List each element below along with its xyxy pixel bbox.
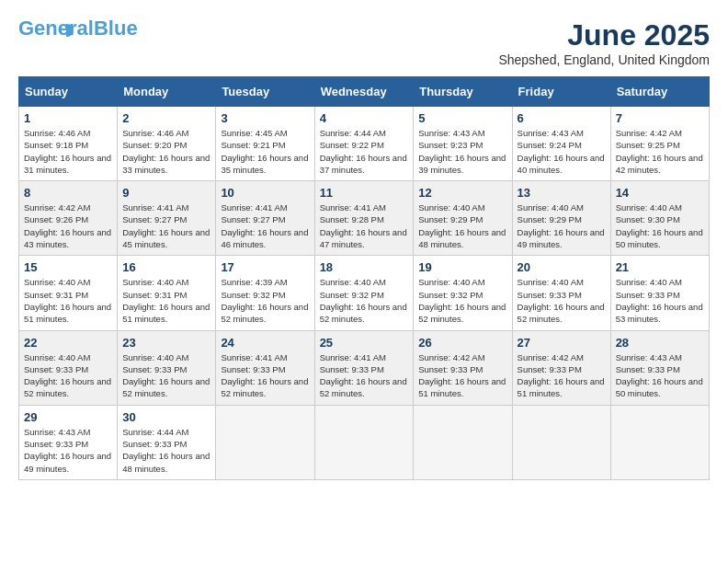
calendar-cell: 17 Sunrise: 4:39 AMSunset: 9:32 PMDaylig…	[216, 256, 314, 330]
day-info: Sunrise: 4:43 AMSunset: 9:24 PMDaylight:…	[518, 128, 605, 175]
day-number: 12	[418, 186, 506, 200]
day-number: 30	[122, 410, 210, 424]
day-info: Sunrise: 4:44 AMSunset: 9:22 PMDaylight:…	[320, 128, 407, 175]
day-number: 28	[616, 336, 704, 350]
calendar-cell: 15 Sunrise: 4:40 AMSunset: 9:31 PMDaylig…	[19, 256, 118, 330]
calendar-table: Sunday Monday Tuesday Wednesday Thursday…	[18, 76, 710, 480]
day-number: 21	[616, 260, 704, 274]
calendar-week-row: 15 Sunrise: 4:40 AMSunset: 9:31 PMDaylig…	[19, 256, 710, 330]
calendar-cell	[512, 405, 610, 479]
day-number: 25	[320, 336, 409, 350]
day-number: 10	[221, 186, 309, 200]
day-info: Sunrise: 4:40 AMSunset: 9:33 PMDaylight:…	[24, 352, 111, 399]
day-info: Sunrise: 4:44 AMSunset: 9:33 PMDaylight:…	[122, 427, 210, 474]
title-area: June 2025 Shepshed, England, United King…	[498, 18, 710, 67]
logo-text: GeneralBlue	[18, 18, 138, 39]
day-info: Sunrise: 4:42 AMSunset: 9:33 PMDaylight:…	[518, 352, 605, 399]
col-sunday: Sunday	[19, 77, 118, 107]
calendar-cell: 5 Sunrise: 4:43 AMSunset: 9:23 PMDayligh…	[414, 107, 512, 181]
calendar-cell: 14 Sunrise: 4:40 AMSunset: 9:30 PMDaylig…	[610, 181, 709, 256]
calendar-cell: 29 Sunrise: 4:43 AMSunset: 9:33 PMDaylig…	[19, 405, 118, 479]
day-number: 29	[24, 410, 112, 424]
calendar-cell: 11 Sunrise: 4:41 AMSunset: 9:28 PMDaylig…	[314, 181, 414, 256]
calendar-cell: 16 Sunrise: 4:40 AMSunset: 9:31 PMDaylig…	[118, 256, 216, 330]
calendar-cell	[610, 405, 709, 479]
col-thursday: Thursday	[414, 77, 512, 107]
day-number: 13	[518, 186, 606, 200]
calendar-cell: 13 Sunrise: 4:40 AMSunset: 9:29 PMDaylig…	[512, 181, 610, 256]
day-info: Sunrise: 4:40 AMSunset: 9:32 PMDaylight:…	[418, 277, 506, 324]
day-number: 16	[122, 260, 210, 274]
day-number: 24	[221, 336, 309, 350]
day-number: 1	[24, 111, 112, 125]
day-info: Sunrise: 4:40 AMSunset: 9:31 PMDaylight:…	[24, 277, 111, 324]
calendar-week-row: 8 Sunrise: 4:42 AMSunset: 9:26 PMDayligh…	[19, 181, 710, 256]
calendar-cell: 27 Sunrise: 4:42 AMSunset: 9:33 PMDaylig…	[512, 330, 610, 405]
day-info: Sunrise: 4:46 AMSunset: 9:20 PMDaylight:…	[122, 128, 210, 175]
day-info: Sunrise: 4:40 AMSunset: 9:29 PMDaylight:…	[418, 202, 506, 249]
calendar-week-row: 22 Sunrise: 4:40 AMSunset: 9:33 PMDaylig…	[19, 330, 710, 405]
calendar-cell: 24 Sunrise: 4:41 AMSunset: 9:33 PMDaylig…	[216, 330, 314, 405]
day-number: 3	[221, 111, 309, 125]
day-info: Sunrise: 4:42 AMSunset: 9:25 PMDaylight:…	[616, 128, 703, 175]
calendar-cell: 23 Sunrise: 4:40 AMSunset: 9:33 PMDaylig…	[118, 330, 216, 405]
calendar-cell: 9 Sunrise: 4:41 AMSunset: 9:27 PMDayligh…	[118, 181, 216, 256]
logo-blue: Blue	[94, 17, 138, 40]
calendar-cell: 6 Sunrise: 4:43 AMSunset: 9:24 PMDayligh…	[512, 107, 610, 181]
day-info: Sunrise: 4:40 AMSunset: 9:30 PMDaylight:…	[616, 202, 703, 249]
calendar-cell: 3 Sunrise: 4:45 AMSunset: 9:21 PMDayligh…	[216, 107, 314, 181]
col-friday: Friday	[512, 77, 610, 107]
day-info: Sunrise: 4:41 AMSunset: 9:33 PMDaylight:…	[320, 352, 407, 399]
calendar-cell: 18 Sunrise: 4:40 AMSunset: 9:32 PMDaylig…	[314, 256, 414, 330]
day-number: 9	[122, 186, 210, 200]
calendar-cell: 7 Sunrise: 4:42 AMSunset: 9:25 PMDayligh…	[610, 107, 709, 181]
location: Shepshed, England, United Kingdom	[498, 52, 710, 67]
day-number: 8	[24, 186, 112, 200]
day-info: Sunrise: 4:42 AMSunset: 9:26 PMDaylight:…	[24, 202, 111, 249]
day-number: 7	[616, 111, 704, 125]
col-wednesday: Wednesday	[314, 77, 414, 107]
calendar-cell	[414, 405, 512, 479]
calendar-cell: 26 Sunrise: 4:42 AMSunset: 9:33 PMDaylig…	[414, 330, 512, 405]
day-number: 2	[122, 111, 210, 125]
day-number: 23	[122, 336, 210, 350]
day-number: 11	[320, 186, 409, 200]
day-info: Sunrise: 4:41 AMSunset: 9:28 PMDaylight:…	[320, 202, 407, 249]
day-number: 14	[616, 186, 704, 200]
day-info: Sunrise: 4:39 AMSunset: 9:32 PMDaylight:…	[221, 277, 308, 324]
day-number: 27	[518, 336, 606, 350]
calendar-cell: 4 Sunrise: 4:44 AMSunset: 9:22 PMDayligh…	[314, 107, 414, 181]
col-monday: Monday	[118, 77, 216, 107]
day-number: 17	[221, 260, 309, 274]
day-info: Sunrise: 4:43 AMSunset: 9:23 PMDaylight:…	[418, 128, 506, 175]
calendar-cell: 19 Sunrise: 4:40 AMSunset: 9:32 PMDaylig…	[414, 256, 512, 330]
day-number: 6	[518, 111, 606, 125]
calendar-cell: 12 Sunrise: 4:40 AMSunset: 9:29 PMDaylig…	[414, 181, 512, 256]
day-number: 5	[418, 111, 506, 125]
day-number: 4	[320, 111, 409, 125]
calendar-cell: 20 Sunrise: 4:40 AMSunset: 9:33 PMDaylig…	[512, 256, 610, 330]
day-info: Sunrise: 4:43 AMSunset: 9:33 PMDaylight:…	[24, 427, 111, 474]
day-info: Sunrise: 4:41 AMSunset: 9:27 PMDaylight:…	[122, 202, 210, 249]
header: GeneralBlue June 2025 Shepshed, England,…	[18, 18, 710, 67]
day-info: Sunrise: 4:45 AMSunset: 9:21 PMDaylight:…	[221, 128, 308, 175]
calendar-body: 1 Sunrise: 4:46 AMSunset: 9:18 PMDayligh…	[19, 107, 710, 480]
calendar-cell: 28 Sunrise: 4:43 AMSunset: 9:33 PMDaylig…	[610, 330, 709, 405]
calendar-week-row: 1 Sunrise: 4:46 AMSunset: 9:18 PMDayligh…	[19, 107, 710, 181]
month-year: June 2025	[498, 18, 710, 52]
day-number: 26	[418, 336, 506, 350]
header-row: Sunday Monday Tuesday Wednesday Thursday…	[19, 77, 710, 107]
day-info: Sunrise: 4:40 AMSunset: 9:33 PMDaylight:…	[122, 352, 210, 399]
col-saturday: Saturday	[610, 77, 709, 107]
day-number: 18	[320, 260, 409, 274]
day-info: Sunrise: 4:43 AMSunset: 9:33 PMDaylight:…	[616, 352, 703, 399]
calendar-cell: 25 Sunrise: 4:41 AMSunset: 9:33 PMDaylig…	[314, 330, 414, 405]
day-info: Sunrise: 4:41 AMSunset: 9:33 PMDaylight:…	[221, 352, 308, 399]
day-info: Sunrise: 4:40 AMSunset: 9:29 PMDaylight:…	[518, 202, 605, 249]
day-number: 15	[24, 260, 112, 274]
day-info: Sunrise: 4:40 AMSunset: 9:32 PMDaylight:…	[320, 277, 407, 324]
calendar-cell: 22 Sunrise: 4:40 AMSunset: 9:33 PMDaylig…	[19, 330, 118, 405]
day-info: Sunrise: 4:41 AMSunset: 9:27 PMDaylight:…	[221, 202, 308, 249]
day-info: Sunrise: 4:40 AMSunset: 9:33 PMDaylight:…	[616, 277, 703, 324]
day-number: 22	[24, 336, 112, 350]
